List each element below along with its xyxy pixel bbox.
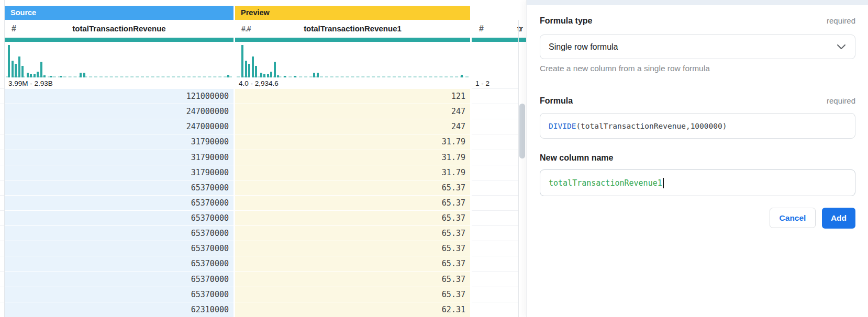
- histogram-bar: [252, 56, 254, 77]
- table-cell[interactable]: 65370000: [5, 195, 233, 210]
- table-cell[interactable]: 65.37: [235, 210, 470, 225]
- histogram-bar: [43, 75, 46, 77]
- table-cell[interactable]: [472, 195, 518, 210]
- formula-arguments: (totalTransactionRevenue,1000000): [576, 122, 727, 130]
- cancel-button[interactable]: Cancel: [770, 208, 816, 228]
- histogram-bar: [21, 66, 24, 77]
- table-cell[interactable]: 121: [235, 88, 470, 104]
- table-cell[interactable]: 31790000: [5, 134, 233, 149]
- table-cell[interactable]: [472, 210, 518, 225]
- table-cell[interactable]: 65.37: [235, 225, 470, 241]
- histogram-bar: [227, 75, 229, 77]
- add-button[interactable]: Add: [822, 208, 855, 229]
- source-column-cells: 1210000002470000002470000003179000031790…: [5, 88, 233, 317]
- formula-type-value: Single row formula: [549, 42, 618, 52]
- formula-panel: Formula type required Single row formula…: [526, 0, 868, 317]
- table-cell[interactable]: 65.37: [235, 287, 470, 302]
- table-cell[interactable]: [472, 134, 518, 149]
- table-cell[interactable]: 65370000: [5, 225, 233, 241]
- table-cell[interactable]: 65370000: [5, 256, 233, 271]
- histogram-bar: [15, 64, 17, 77]
- source-histogram: [5, 42, 233, 78]
- column-range-label: 1 - 2: [475, 79, 489, 88]
- new-column-name-label: New column name: [540, 153, 613, 163]
- table-cell[interactable]: 247000000: [5, 104, 233, 119]
- formula-type-helper: Create a new column from a single row fo…: [540, 64, 710, 73]
- table-cell[interactable]: [472, 225, 518, 241]
- table-cell[interactable]: [472, 104, 518, 119]
- histogram-bar: [263, 74, 265, 77]
- table-cell[interactable]: 31.79: [235, 150, 470, 165]
- histogram-bar: [313, 73, 315, 77]
- table-cell[interactable]: 65370000: [5, 287, 233, 302]
- histogram-bar: [83, 73, 85, 77]
- table-cell[interactable]: [472, 287, 518, 302]
- histogram-bar: [284, 76, 286, 77]
- clipped-column-cells: [472, 88, 518, 317]
- column-header-source[interactable]: totalTransactionRevenue: [5, 24, 233, 34]
- histogram-bar: [60, 76, 62, 77]
- histogram-bar: [12, 61, 14, 77]
- chevron-down-icon: [837, 44, 845, 49]
- histogram-bar: [267, 74, 269, 77]
- table-cell[interactable]: 247000000: [5, 119, 233, 134]
- formula-input[interactable]: DIVIDE(totalTransactionRevenue,1000000): [540, 113, 855, 139]
- text-cursor: [663, 178, 664, 188]
- table-cell[interactable]: 31.79: [235, 134, 470, 149]
- table-cell[interactable]: [472, 256, 518, 271]
- histogram-bar: [8, 45, 10, 77]
- histogram-bar: [18, 56, 20, 77]
- column-selection-bar: [235, 38, 470, 42]
- table-cell[interactable]: 65.37: [235, 271, 470, 287]
- histogram-bar: [80, 73, 82, 77]
- table-cell[interactable]: 62.31: [235, 302, 470, 317]
- histogram-bar: [37, 72, 39, 77]
- formula-type-label: Formula type: [540, 16, 592, 26]
- table-cell[interactable]: [472, 302, 518, 317]
- column-header-preview[interactable]: totalTransactionRevenue1: [235, 24, 470, 34]
- table-cell[interactable]: [472, 150, 518, 165]
- histogram-bar: [260, 73, 262, 77]
- table-cell[interactable]: 31790000: [5, 150, 233, 165]
- histogram-bar: [277, 75, 279, 77]
- table-cell[interactable]: 121000000: [5, 88, 233, 104]
- table-cell[interactable]: 31.79: [235, 165, 470, 180]
- formula-type-select[interactable]: Single row formula: [540, 35, 855, 59]
- table-cell[interactable]: 65.37: [235, 241, 470, 256]
- histogram-bar: [50, 76, 52, 77]
- table-cell[interactable]: [472, 271, 518, 287]
- table-cell[interactable]: [472, 88, 518, 104]
- column-range-label: 4.0 - 2,934.6: [239, 79, 279, 88]
- numeric-type-icon: #: [479, 24, 483, 34]
- table-cell[interactable]: 62310000: [5, 302, 233, 317]
- table-cell[interactable]: 65370000: [5, 241, 233, 256]
- histogram-bar: [317, 73, 319, 77]
- formula-label: Formula: [540, 96, 573, 106]
- table-cell[interactable]: 247: [235, 119, 470, 134]
- table-cell[interactable]: 65370000: [5, 210, 233, 225]
- histogram-bar: [241, 45, 243, 77]
- panel-top-strip: [527, 0, 868, 5]
- table-cell[interactable]: [472, 180, 518, 195]
- table-cell[interactable]: 247: [235, 104, 470, 119]
- histogram-bar: [255, 66, 257, 77]
- table-cell[interactable]: [472, 241, 518, 256]
- source-group-header: Source: [5, 6, 233, 20]
- table-cell[interactable]: 65370000: [5, 271, 233, 287]
- table-cell[interactable]: 65370000: [5, 180, 233, 195]
- histogram-bar: [274, 62, 276, 77]
- new-column-name-input[interactable]: totalTransactionRevenue1: [540, 169, 855, 196]
- column-divider: [518, 20, 519, 317]
- column-selection-bar: [5, 38, 233, 42]
- table-cell[interactable]: 65.37: [235, 195, 470, 210]
- required-badge: required: [827, 96, 855, 105]
- table-cell[interactable]: [472, 165, 518, 180]
- table-cell[interactable]: 65.37: [235, 180, 470, 195]
- table-cell[interactable]: 31790000: [5, 165, 233, 180]
- vertical-scrollbar[interactable]: [519, 104, 525, 158]
- table-cell[interactable]: [472, 119, 518, 134]
- new-column-name-value: totalTransactionRevenue1: [549, 178, 662, 188]
- edge-column-cells: [0, 88, 4, 317]
- table-cell[interactable]: 65.37: [235, 256, 470, 271]
- histogram-bar: [294, 76, 296, 77]
